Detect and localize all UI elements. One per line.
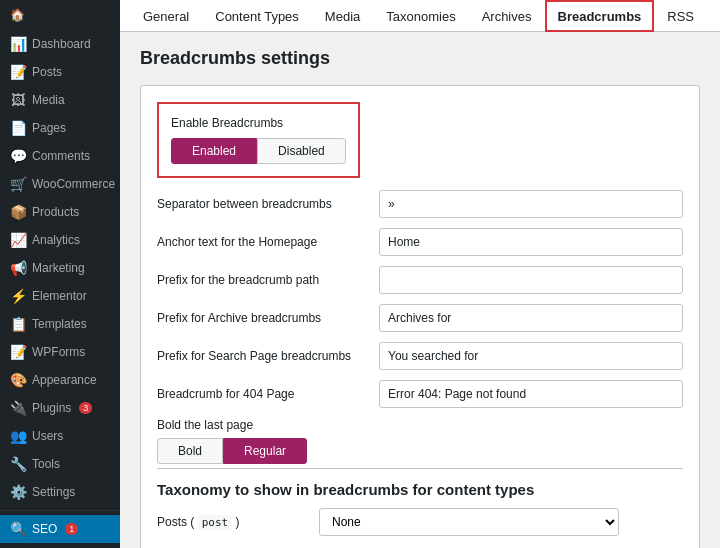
sidebar-item-users[interactable]: 👥 Users: [0, 422, 120, 450]
sidebar-item-label: Analytics: [32, 233, 80, 247]
plugins-icon: 🔌: [10, 400, 26, 416]
sidebar: 🏠 📊 Dashboard 📝 Posts 🖼 Media 📄 Pages 💬 …: [0, 0, 120, 548]
tab-taxonomies[interactable]: Taxonomies: [373, 0, 468, 32]
enable-breadcrumbs-section: Enable Breadcrumbs Enabled Disabled: [157, 102, 360, 178]
sidebar-item-dashboard[interactable]: 📊 Dashboard: [0, 30, 120, 58]
form-row-prefix-path: Prefix for the breadcrumb path: [157, 266, 683, 294]
taxonomy-label-prefix: Posts (: [157, 515, 198, 529]
marketing-icon: 📢: [10, 260, 26, 276]
prefix-search-label: Prefix for Search Page breadcrumbs: [157, 349, 367, 363]
toggle-group: Enabled Disabled: [171, 138, 346, 164]
analytics-icon: 📈: [10, 232, 26, 248]
prefix-archive-label: Prefix for Archive breadcrumbs: [157, 311, 367, 325]
woocommerce-icon: 🛒: [10, 176, 26, 192]
taxonomy-label-suffix: ): [232, 515, 239, 529]
form-row-prefix-search: Prefix for Search Page breadcrumbs: [157, 342, 683, 370]
sidebar-item-templates[interactable]: 📋 Templates: [0, 310, 120, 338]
elementor-icon: ⚡: [10, 288, 26, 304]
enabled-button[interactable]: Enabled: [171, 138, 257, 164]
taxonomy-code: post: [198, 515, 233, 530]
tab-rss[interactable]: RSS: [654, 0, 707, 32]
tab-media[interactable]: Media: [312, 0, 373, 32]
sidebar-item-seo[interactable]: 🔍 SEO 1: [0, 515, 120, 543]
products-icon: 📦: [10, 204, 26, 220]
sidebar-item-label: Users: [32, 429, 63, 443]
taxonomy-select-posts[interactable]: None Categories Tags: [319, 508, 619, 536]
enable-label: Enable Breadcrumbs: [171, 116, 346, 130]
breadcrumb-404-input[interactable]: [379, 380, 683, 408]
sidebar-item-label: Comments: [32, 149, 90, 163]
bold-section: Bold the last page Bold Regular: [157, 418, 683, 464]
media-icon: 🖼: [10, 92, 26, 108]
sidebar-item-label: Templates: [32, 317, 87, 331]
sidebar-item-label: Products: [32, 205, 79, 219]
page-title: Breadcrumbs settings: [140, 48, 700, 69]
form-row-separator: Separator between breadcrumbs: [157, 190, 683, 218]
form-row-prefix-archive: Prefix for Archive breadcrumbs: [157, 304, 683, 332]
settings-icon: ⚙️: [10, 484, 26, 500]
sidebar-item-elementor[interactable]: ⚡ Elementor: [0, 282, 120, 310]
sidebar-item-label: Media: [32, 93, 65, 107]
sidebar-item-plugins[interactable]: 🔌 Plugins 3: [0, 394, 120, 422]
page-content: Breadcrumbs settings Enable Breadcrumbs …: [120, 32, 720, 548]
seo-icon: 🔍: [10, 521, 26, 537]
seo-badge: 1: [65, 523, 78, 535]
sidebar-item-comments[interactable]: 💬 Comments: [0, 142, 120, 170]
prefix-archive-input[interactable]: [379, 304, 683, 332]
sidebar-logo[interactable]: 🏠: [0, 0, 120, 30]
prefix-path-input[interactable]: [379, 266, 683, 294]
prefix-path-label: Prefix for the breadcrumb path: [157, 273, 367, 287]
form-row-404: Breadcrumb for 404 Page: [157, 380, 683, 408]
sidebar-item-settings[interactable]: ⚙️ Settings: [0, 478, 120, 506]
sidebar-item-label: Posts: [32, 65, 62, 79]
plugins-badge: 3: [79, 402, 92, 414]
sidebar-item-posts[interactable]: 📝 Posts: [0, 58, 120, 86]
regular-button[interactable]: Regular: [223, 438, 307, 464]
taxonomy-title: Taxonomy to show in breadcrumbs for cont…: [157, 468, 683, 498]
sidebar-item-appearance[interactable]: 🎨 Appearance: [0, 366, 120, 394]
tab-general[interactable]: General: [130, 0, 202, 32]
disabled-button[interactable]: Disabled: [257, 138, 346, 164]
sidebar-item-tools[interactable]: 🔧 Tools: [0, 450, 120, 478]
main-content: General Content Types Media Taxonomies A…: [120, 0, 720, 548]
users-icon: 👥: [10, 428, 26, 444]
sidebar-item-woocommerce[interactable]: 🛒 WooCommerce: [0, 170, 120, 198]
sidebar-item-label: Pages: [32, 121, 66, 135]
sidebar-item-label: Plugins: [32, 401, 71, 415]
templates-icon: 📋: [10, 316, 26, 332]
taxonomy-label-posts: Posts ( post ): [157, 515, 307, 529]
comments-icon: 💬: [10, 148, 26, 164]
dashboard-icon: 📊: [10, 36, 26, 52]
sidebar-item-label: Settings: [32, 485, 75, 499]
sidebar-item-label: WPForms: [32, 345, 85, 359]
prefix-search-input[interactable]: [379, 342, 683, 370]
tab-breadcrumbs[interactable]: Breadcrumbs: [545, 0, 655, 32]
pages-icon: 📄: [10, 120, 26, 136]
sidebar-item-products[interactable]: 📦 Products: [0, 198, 120, 226]
posts-icon: 📝: [10, 64, 26, 80]
breadcrumb-404-label: Breadcrumb for 404 Page: [157, 387, 367, 401]
wpforms-icon: 📝: [10, 344, 26, 360]
sidebar-item-wpforms[interactable]: 📝 WPForms: [0, 338, 120, 366]
tab-archives[interactable]: Archives: [469, 0, 545, 32]
separator-input[interactable]: [379, 190, 683, 218]
bold-button[interactable]: Bold: [157, 438, 223, 464]
appearance-icon: 🎨: [10, 372, 26, 388]
settings-box: Enable Breadcrumbs Enabled Disabled Sepa…: [140, 85, 700, 548]
tools-icon: 🔧: [10, 456, 26, 472]
seo-label: SEO: [32, 522, 57, 536]
bold-toggle-group: Bold Regular: [157, 438, 683, 464]
sidebar-item-media[interactable]: 🖼 Media: [0, 86, 120, 114]
sidebar-item-label: Dashboard: [32, 37, 91, 51]
sidebar-item-label: WooCommerce: [32, 177, 115, 191]
sidebar-item-label: Appearance: [32, 373, 97, 387]
bold-label: Bold the last page: [157, 418, 683, 432]
anchor-input[interactable]: [379, 228, 683, 256]
sidebar-item-analytics[interactable]: 📈 Analytics: [0, 226, 120, 254]
wp-logo-icon: 🏠: [10, 8, 25, 22]
tab-content-types[interactable]: Content Types: [202, 0, 312, 32]
separator-label: Separator between breadcrumbs: [157, 197, 367, 211]
tabs-bar: General Content Types Media Taxonomies A…: [120, 0, 720, 32]
sidebar-item-marketing[interactable]: 📢 Marketing: [0, 254, 120, 282]
sidebar-item-pages[interactable]: 📄 Pages: [0, 114, 120, 142]
